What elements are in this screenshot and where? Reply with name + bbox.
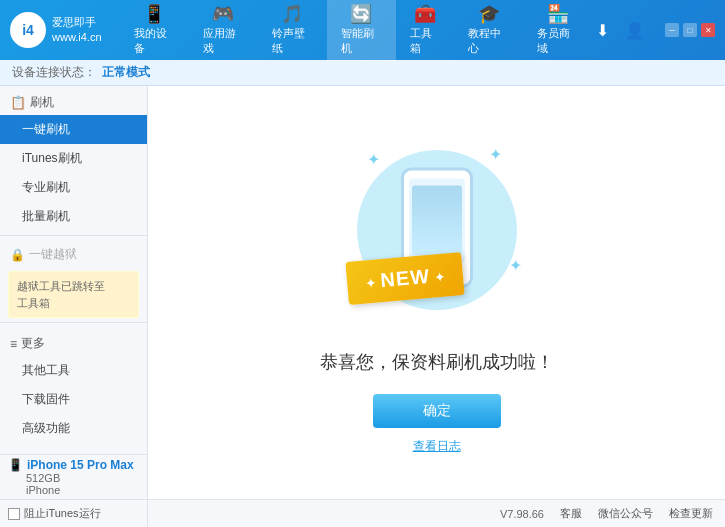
nav-smart-flash-label: 智能刷机: [341, 26, 382, 56]
sidebar-more-section: ≡ 更多: [0, 327, 147, 356]
minimize-button[interactable]: ─: [665, 23, 679, 37]
device-name: 📱 iPhone 15 Pro Max: [8, 458, 139, 472]
nav-my-device[interactable]: 📱 我的设备: [120, 0, 189, 62]
content-area: NEW ✦ ✦ ✦ 恭喜您，保资料刷机成功啦！ 确定 查看日志: [148, 86, 725, 499]
sidebar-jailbreak-section: 🔒 一键越狱: [0, 240, 147, 267]
sidebar-item-other-tools[interactable]: 其他工具: [0, 356, 147, 385]
device-storage: 512GB: [8, 472, 139, 484]
flash-section-icon: 📋: [10, 95, 26, 110]
sidebar-item-pro-flash[interactable]: 专业刷机: [0, 173, 147, 202]
device-info-panel: 📱 iPhone 15 Pro Max 512GB iPhone: [0, 454, 148, 499]
itunes-bar: 阻止iTunes运行: [0, 499, 148, 527]
view-log-link[interactable]: 查看日志: [413, 438, 461, 455]
nav-toolbox[interactable]: 🧰 工具箱: [396, 0, 455, 62]
nav-business-label: 务员商域: [537, 26, 578, 56]
close-button[interactable]: ✕: [701, 23, 715, 37]
bottom-bar: V7.98.66 客服 微信公众号 检查更新: [148, 500, 725, 527]
nav-business-icon: 🏪: [547, 5, 569, 23]
sidebar: 📋 刷机 一键刷机 iTunes刷机 专业刷机 批量刷机 🔒 一键越狱 越狱工具…: [0, 86, 148, 499]
nav-ringtones-label: 铃声壁纸: [272, 26, 313, 56]
phone-screen-inner: [412, 186, 462, 256]
success-text: 恭喜您，保资料刷机成功啦！: [320, 350, 554, 374]
header-right: ⬇ 👤 ─ □ ✕: [592, 17, 715, 44]
more-icon: ≡: [10, 337, 17, 351]
version-text: V7.98.66: [500, 508, 544, 520]
download-button[interactable]: ⬇: [592, 17, 613, 44]
nav-smart-flash-icon: 🔄: [350, 5, 372, 23]
status-bar: 设备连接状态： 正常模式: [0, 60, 725, 86]
window-controls: ─ □ ✕: [665, 23, 715, 37]
nav-ringtones-icon: 🎵: [281, 5, 303, 23]
status-label: 设备连接状态：: [12, 64, 96, 81]
nav-my-device-icon: 📱: [143, 5, 165, 23]
device-icon: 📱: [8, 458, 23, 472]
sparkle-2: ✦: [489, 145, 502, 164]
nav-apps-label: 应用游戏: [203, 26, 244, 56]
nav-apps-games[interactable]: 🎮 应用游戏: [189, 0, 258, 62]
confirm-button[interactable]: 确定: [373, 394, 501, 428]
logo-text: 爱思即手 www.i4.cn: [52, 15, 102, 46]
status-value: 正常模式: [102, 64, 150, 81]
sidebar-item-advanced[interactable]: 高级功能: [0, 414, 147, 443]
nav-my-device-label: 我的设备: [134, 26, 175, 56]
nav-tutorials-label: 教程中心: [468, 26, 509, 56]
nav-business[interactable]: 🏪 务员商域: [523, 0, 592, 62]
flash-section-label: 刷机: [30, 94, 54, 111]
nav-toolbox-icon: 🧰: [414, 5, 436, 23]
nav-tutorials[interactable]: 🎓 教程中心: [454, 0, 523, 62]
logo-icon: i4: [10, 12, 46, 48]
lock-icon: 🔒: [10, 248, 25, 262]
nav-ringtones[interactable]: 🎵 铃声壁纸: [258, 0, 327, 62]
main-layout: 📋 刷机 一键刷机 iTunes刷机 专业刷机 批量刷机 🔒 一键越狱 越狱工具…: [0, 86, 725, 499]
user-button[interactable]: 👤: [621, 17, 649, 44]
sparkle-1: ✦: [367, 150, 380, 169]
sidebar-divider-2: [0, 322, 147, 323]
device-type: iPhone: [8, 484, 139, 496]
header: i4 爱思即手 www.i4.cn 📱 我的设备 🎮 应用游戏 🎵 铃声壁纸 🔄…: [0, 0, 725, 60]
nav-apps-icon: 🎮: [212, 5, 234, 23]
nav-toolbox-label: 工具箱: [410, 26, 441, 56]
sidebar-item-one-click-flash[interactable]: 一键刷机: [0, 115, 147, 144]
check-update-link[interactable]: 检查更新: [669, 506, 713, 521]
logo-area: i4 爱思即手 www.i4.cn: [10, 12, 120, 48]
maximize-button[interactable]: □: [683, 23, 697, 37]
success-illustration: NEW ✦ ✦ ✦: [337, 130, 537, 330]
jailbreak-notice: 越狱工具已跳转至 工具箱: [8, 271, 139, 318]
sidebar-divider-1: [0, 235, 147, 236]
nav-tutorials-icon: 🎓: [478, 5, 500, 23]
phone-screen: [409, 179, 465, 263]
sidebar-item-batch-flash[interactable]: 批量刷机: [0, 202, 147, 231]
itunes-checkbox[interactable]: [8, 508, 20, 520]
nav-bar: 📱 我的设备 🎮 应用游戏 🎵 铃声壁纸 🔄 智能刷机 🧰 工具箱 🎓 教程中心…: [120, 0, 592, 62]
wechat-link[interactable]: 微信公众号: [598, 506, 653, 521]
sidebar-flash-section: 📋 刷机: [0, 86, 147, 115]
customer-service-link[interactable]: 客服: [560, 506, 582, 521]
sidebar-item-itunes-flash[interactable]: iTunes刷机: [0, 144, 147, 173]
itunes-label: 阻止iTunes运行: [24, 506, 101, 521]
nav-smart-flash[interactable]: 🔄 智能刷机: [327, 0, 396, 62]
sparkle-3: ✦: [509, 256, 522, 275]
sidebar-item-download-firmware[interactable]: 下载固件: [0, 385, 147, 414]
